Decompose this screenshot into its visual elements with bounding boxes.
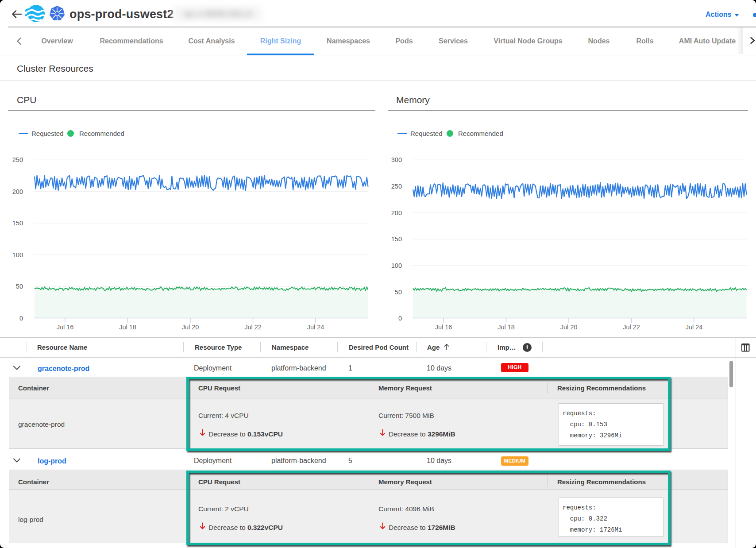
- svg-text:Jul 24: Jul 24: [307, 324, 324, 331]
- svg-text:Jul 16: Jul 16: [435, 324, 452, 331]
- svg-text:250: 250: [391, 183, 402, 190]
- svg-text:300: 300: [391, 156, 402, 163]
- svg-text:150: 150: [12, 220, 23, 227]
- svg-text:0: 0: [398, 315, 402, 322]
- svg-text:0: 0: [19, 315, 23, 322]
- svg-text:100: 100: [391, 262, 402, 269]
- svg-text:200: 200: [391, 209, 402, 216]
- svg-text:150: 150: [391, 235, 402, 243]
- svg-text:50: 50: [16, 283, 23, 290]
- svg-text:Jul 18: Jul 18: [498, 324, 515, 331]
- svg-text:50: 50: [395, 289, 402, 296]
- svg-text:Jul 22: Jul 22: [623, 324, 640, 331]
- svg-text:Jul 20: Jul 20: [182, 324, 199, 331]
- svg-text:250: 250: [12, 156, 23, 163]
- svg-text:Jul 18: Jul 18: [119, 324, 136, 331]
- svg-text:Jul 22: Jul 22: [244, 324, 262, 331]
- svg-text:100: 100: [12, 251, 23, 259]
- svg-text:Jul 24: Jul 24: [686, 324, 703, 331]
- svg-text:Jul 16: Jul 16: [57, 324, 74, 331]
- svg-text:200: 200: [12, 188, 23, 195]
- svg-text:Jul 20: Jul 20: [560, 324, 578, 331]
